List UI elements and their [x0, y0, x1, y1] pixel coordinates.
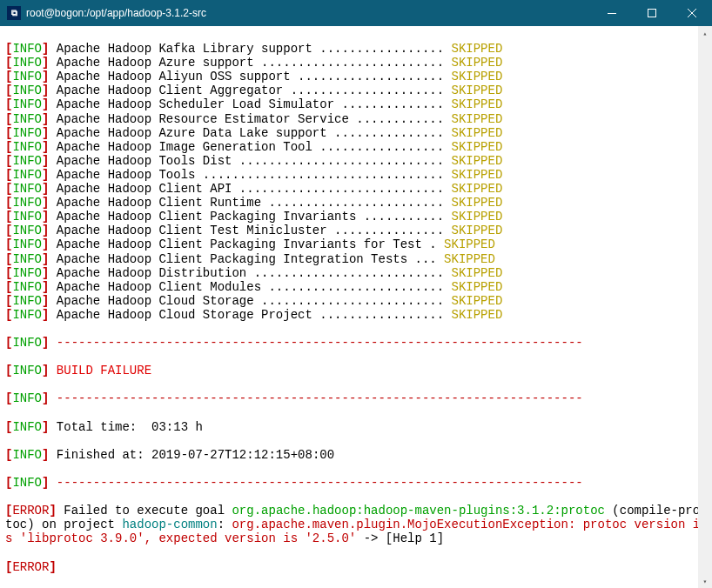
- build-module-line: [INFO] Apache Hadoop Client Runtime ....…: [5, 196, 707, 210]
- window-controls: [592, 0, 712, 26]
- powershell-icon: ⧉: [7, 6, 21, 20]
- scrollbar-up-button[interactable]: ▴: [698, 26, 712, 40]
- window-title: root@bogon:/opt/app/hadoop-3.1.2-src: [26, 7, 592, 19]
- build-module-line: [INFO] Apache Hadoop Resource Estimator …: [5, 112, 707, 126]
- build-module-line: [INFO] Apache Hadoop Client Packaging In…: [5, 252, 707, 266]
- maximize-button[interactable]: [632, 0, 672, 26]
- build-module-line: [INFO] Apache Hadoop Client Packaging In…: [5, 210, 707, 224]
- finished-at-line: [INFO] Finished at: 2019-07-27T12:12:15+…: [5, 448, 707, 462]
- scrollbar-track[interactable]: [698, 40, 712, 574]
- build-module-line: [INFO] Apache Hadoop Image Generation To…: [5, 140, 707, 154]
- svg-rect-0: [608, 13, 616, 14]
- svg-rect-1: [648, 10, 656, 17]
- scrollbar-down-button[interactable]: ▾: [698, 574, 712, 588]
- info-dash-line: [INFO] ---------------------------------…: [5, 336, 707, 350]
- minimize-button[interactable]: [592, 0, 632, 26]
- build-module-line: [INFO] Apache Hadoop Aliyun OSS support …: [5, 70, 707, 84]
- build-module-line: [INFO] Apache Hadoop Client Packaging In…: [5, 237, 707, 251]
- window-titlebar[interactable]: ⧉ root@bogon:/opt/app/hadoop-3.1.2-src: [0, 0, 712, 26]
- build-module-line: [INFO] Apache Hadoop Scheduler Load Simu…: [5, 97, 707, 111]
- build-module-list: [INFO] Apache Hadoop Kafka Library suppo…: [5, 42, 707, 322]
- error-main-line: [ERROR] Failed to execute goal org.apach…: [5, 504, 707, 545]
- build-module-line: [INFO] Apache Hadoop Azure support .....…: [5, 56, 707, 70]
- vertical-scrollbar[interactable]: ▴ ▾: [698, 26, 712, 588]
- terminal-output[interactable]: [INFO] Apache Hadoop Kafka Library suppo…: [0, 26, 712, 588]
- build-module-line: [INFO] Apache Hadoop Tools Dist ........…: [5, 154, 707, 168]
- info-dash-line: [INFO] ---------------------------------…: [5, 391, 707, 405]
- build-module-line: [INFO] Apache Hadoop Cloud Storage Proje…: [5, 308, 707, 322]
- build-module-line: [INFO] Apache Hadoop Client Aggregator .…: [5, 84, 707, 97]
- build-module-line: [INFO] Apache Hadoop Tools .............…: [5, 168, 707, 182]
- build-module-line: [INFO] Apache Hadoop Client Test Miniclu…: [5, 224, 707, 237]
- build-module-line: [INFO] Apache Hadoop Azure Data Lake sup…: [5, 126, 707, 140]
- total-time-line: [INFO] Total time: 03:13 h: [5, 420, 707, 434]
- build-module-line: [INFO] Apache Hadoop Client API ........…: [5, 182, 707, 196]
- build-module-line: [INFO] Apache Hadoop Distribution ......…: [5, 266, 707, 280]
- error-empty-line: [ERROR]: [5, 560, 707, 574]
- build-module-line: [INFO] Apache Hadoop Client Modules ....…: [5, 280, 707, 294]
- build-module-line: [INFO] Apache Hadoop Cloud Storage .....…: [5, 294, 707, 308]
- info-dash-line: [INFO] ---------------------------------…: [5, 476, 707, 490]
- close-button[interactable]: [672, 0, 712, 26]
- build-failure-line: [INFO] BUILD FAILURE: [5, 364, 707, 378]
- build-module-line: [INFO] Apache Hadoop Kafka Library suppo…: [5, 42, 707, 56]
